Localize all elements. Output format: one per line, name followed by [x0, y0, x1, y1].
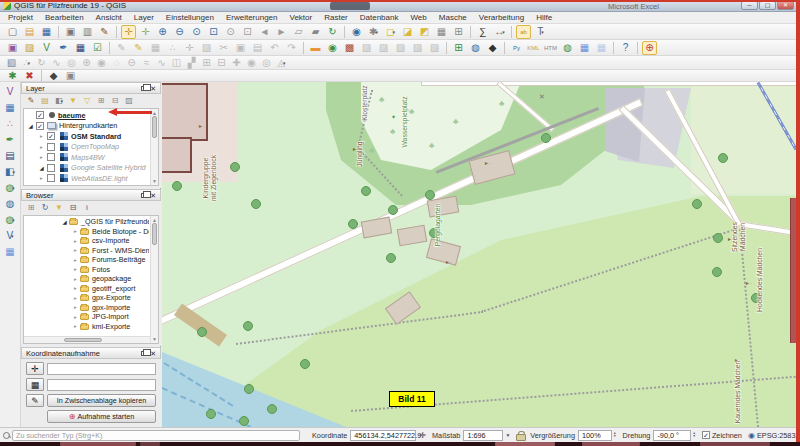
expander-icon[interactable]: ▸	[72, 238, 79, 244]
browser-item-kml-exporte[interactable]: ▸kml-Exporte	[25, 322, 149, 332]
menu-datenbank[interactable]: Datenbank	[354, 13, 405, 22]
browser-item-geopackage[interactable]: ▸geopackage	[25, 274, 149, 284]
geocoding-icon[interactable]: ▬	[308, 41, 323, 55]
fill-ring-icon[interactable]: ◉	[95, 57, 108, 69]
zoom-to-selection-icon[interactable]: ⊙	[223, 25, 238, 39]
copy-style-4-icon[interactable]: ▨	[410, 41, 425, 55]
coordinate-field-grid[interactable]	[47, 379, 156, 391]
browser-item--qgis-für-pilzfreunde[interactable]: ◢_QGIS für Pilzfreunde	[25, 217, 149, 227]
add-delimited-text-layer-icon[interactable]: ∴	[3, 117, 18, 131]
layer-item-webatlasde-light[interactable]: ▸WebAtlasDE.light	[25, 173, 149, 184]
image-import-tool-icon[interactable]: ▣	[63, 69, 78, 83]
expander-icon[interactable]: ◢	[38, 165, 45, 171]
menu-bearbeiten[interactable]: Bearbeiten	[39, 13, 90, 22]
grid-coordinate-button[interactable]: ▦	[26, 378, 44, 391]
expander-icon[interactable]: ▸	[72, 228, 79, 234]
pan-map-icon[interactable]: ✛	[121, 25, 136, 39]
add-part-icon[interactable]: ⊕	[80, 57, 93, 69]
field-calculator-icon[interactable]: ⊞	[451, 25, 466, 39]
menu-verarbeitung[interactable]: Verarbeitung	[473, 13, 530, 22]
browser-item-geotiff-export[interactable]: ▸geotiff_export	[25, 284, 149, 294]
add-vector-layer-icon[interactable]: V	[3, 85, 18, 99]
layer-item-hintergrundkarten[interactable]: ◢✓Hintergrundkarten	[25, 121, 149, 132]
zoom-full-icon[interactable]: ⊡	[206, 25, 221, 39]
deselect-features-icon[interactable]: ◪	[400, 25, 415, 39]
merge-features-icon[interactable]: ⊞	[200, 57, 213, 69]
show-bookmarks-icon[interactable]: ▰	[308, 25, 323, 39]
measure-line-icon[interactable]: ↔▾	[492, 25, 507, 39]
expander-icon[interactable]: ◢	[27, 123, 34, 129]
cut-features-icon[interactable]: ✂	[216, 41, 231, 55]
style-manager-icon[interactable]: ✎	[97, 25, 112, 39]
globe-plugin-icon[interactable]: ◍	[560, 41, 575, 55]
browser-item-forst-wms-dienste[interactable]: ▸Forst - WMS-Dienste	[25, 246, 149, 256]
zoom-in-icon[interactable]: ⊕	[155, 25, 170, 39]
expander-icon[interactable]: ▸	[72, 247, 79, 253]
expander-icon[interactable]: ▸	[72, 304, 79, 310]
expander-icon[interactable]: ◢	[61, 219, 68, 225]
scale-combo[interactable]: 1:696	[463, 430, 503, 441]
copy-style-5-icon[interactable]: ▨	[427, 41, 442, 55]
browser-item-csv-importe[interactable]: ▸csv-Importe	[25, 236, 149, 246]
layer-labeling-icon[interactable]: ab	[516, 25, 531, 39]
rotate-feature-icon[interactable]: ↻	[35, 57, 48, 69]
kml-tools-icon[interactable]: KML	[526, 41, 541, 55]
float-panel-icon[interactable]	[141, 351, 147, 356]
menu-hilfe[interactable]: Hilfe	[530, 13, 558, 22]
zoom-to-layer-icon[interactable]: ⊡	[240, 25, 255, 39]
zoom-native-icon[interactable]: ⊙	[189, 25, 204, 39]
delete-selected-icon[interactable]: ▨	[199, 41, 214, 55]
save-layer-edits-icon[interactable]: ▦	[148, 41, 163, 55]
statistical-summary-icon[interactable]: ∑	[475, 25, 490, 39]
add-virtual-layer-icon[interactable]: ▦	[3, 245, 18, 259]
add-group-icon[interactable]: ▤	[39, 95, 51, 106]
html-tools-icon[interactable]: HTM	[543, 41, 558, 55]
filter-browser-icon[interactable]: ▼	[53, 202, 65, 213]
crs-globe-icon[interactable]: ◉	[748, 431, 755, 440]
layer-item-osm-standard[interactable]: ▸✓OSM Standard	[25, 131, 149, 142]
browser-scrollbar[interactable]: ▲▼	[150, 216, 158, 343]
new-spatial-bookmark-icon[interactable]: ▱	[291, 25, 306, 39]
save-project-icon[interactable]: ▦	[39, 25, 54, 39]
menu-layer[interactable]: Layer	[128, 13, 160, 22]
layer-checkbox[interactable]	[47, 153, 55, 161]
move-feature-icon[interactable]: ✛	[182, 41, 197, 55]
crs-select-button[interactable]: ✛	[26, 362, 44, 375]
menu-einstellungen[interactable]: Einstellungen	[160, 13, 220, 22]
scale-dropdown-icon[interactable]: ▼	[505, 432, 510, 438]
add-spatialite-layer-icon[interactable]: ▤	[3, 149, 18, 163]
show-layout-manager-icon[interactable]: ▥	[80, 25, 95, 39]
add-postgis-layer-icon[interactable]: ◧▾	[3, 165, 18, 179]
style-copy-icon[interactable]: ▨	[22, 41, 37, 55]
expand-all-icon[interactable]: ⊞	[95, 95, 107, 106]
new-geopackage-layer-icon[interactable]: ✒	[56, 41, 71, 55]
expander-icon[interactable]: ▸	[72, 276, 79, 282]
filter-legend-icon[interactable]: ▼	[67, 95, 79, 106]
add-wcs-layer-icon[interactable]: ◍	[3, 197, 18, 211]
crs-value[interactable]: EPSG:25832	[757, 431, 800, 440]
copy-features-icon[interactable]: ▣	[233, 41, 248, 55]
identify-features-icon[interactable]: ◉	[349, 25, 364, 39]
new-print-layout-icon[interactable]: ▣	[63, 25, 78, 39]
magnifier-value[interactable]: 100%	[578, 430, 612, 441]
add-feature-icon[interactable]: ∴	[165, 41, 180, 55]
browser-item-fotos[interactable]: ▸Fotos	[25, 265, 149, 275]
delete-ring-icon[interactable]: ◌	[110, 57, 123, 69]
copy-style-1-icon[interactable]: ▨	[359, 41, 374, 55]
layer-checkbox[interactable]	[47, 174, 55, 182]
rotation-spinner[interactable]	[692, 432, 695, 439]
open-layer-styling-icon[interactable]: ✎	[25, 95, 37, 106]
osm-search-icon[interactable]: ◍	[468, 41, 483, 55]
zoom-last-icon[interactable]: ◄	[257, 25, 272, 39]
osm-place-search-icon[interactable]: ✖	[22, 69, 37, 83]
expander-icon[interactable]: ▸	[72, 314, 79, 320]
layers-scrollbar[interactable]: ▲▼	[150, 109, 158, 185]
plugin-quickosm-icon[interactable]: ✱	[5, 69, 20, 83]
open-attribute-table-icon[interactable]: ▦	[434, 25, 449, 39]
quickmap-services-icon[interactable]: ◉	[325, 41, 340, 55]
offset-curve-icon[interactable]: ≈	[140, 57, 153, 69]
merge-attributes-icon[interactable]: ⊟	[215, 57, 228, 69]
expander-icon[interactable]: ▸	[38, 154, 45, 160]
maximize-button[interactable]: ▢	[759, 1, 776, 10]
new-shapefile-layer-icon[interactable]: V	[39, 41, 54, 55]
